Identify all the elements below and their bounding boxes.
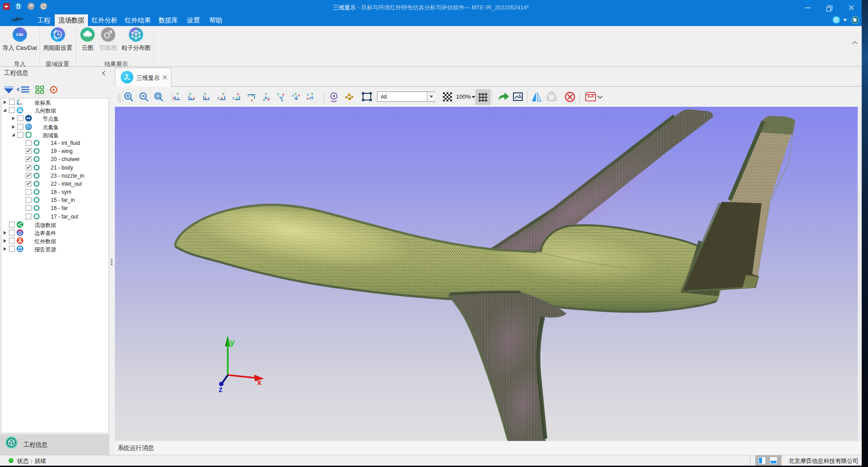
- svg-text:z: z: [208, 96, 210, 100]
- svg-text:x: x: [173, 96, 175, 100]
- svg-text:Y: Y: [236, 96, 239, 100]
- svg-text:Y: Y: [311, 92, 314, 96]
- svg-text:x: x: [20, 102, 22, 105]
- svg-text:x: x: [267, 97, 270, 101]
- svg-text:x: x: [282, 92, 285, 96]
- svg-text:x: x: [205, 96, 207, 100]
- svg-text:z: z: [232, 96, 234, 100]
- svg-text:z: z: [307, 92, 309, 96]
- svg-text:Y: Y: [294, 92, 297, 96]
- svg-text:z: z: [190, 96, 192, 100]
- svg-text:x: x: [237, 92, 239, 96]
- svg-text:x: x: [257, 378, 262, 387]
- svg-text:Y: Y: [204, 92, 206, 96]
- svg-text:z: z: [177, 96, 179, 100]
- svg-text:Y: Y: [277, 92, 280, 96]
- svg-text:y: y: [230, 337, 235, 347]
- svg-text:z: z: [219, 385, 223, 394]
- svg-text:Y: Y: [265, 92, 267, 96]
- svg-text:z: z: [218, 96, 219, 100]
- svg-text:x: x: [307, 96, 309, 100]
- svg-text:z: z: [292, 93, 294, 97]
- svg-text:Y: Y: [251, 94, 254, 98]
- svg-text:x: x: [221, 96, 223, 100]
- svg-text:Y: Y: [189, 92, 192, 96]
- svg-text:Y: Y: [176, 92, 179, 96]
- svg-text:z: z: [263, 98, 265, 102]
- svg-text:x: x: [251, 98, 253, 102]
- svg-text:x: x: [193, 96, 195, 100]
- svg-text:z: z: [18, 101, 19, 105]
- svg-text:x: x: [298, 93, 300, 97]
- svg-text:z: z: [281, 98, 283, 102]
- svg-text:z: z: [247, 93, 249, 97]
- svg-text:Y: Y: [222, 92, 225, 96]
